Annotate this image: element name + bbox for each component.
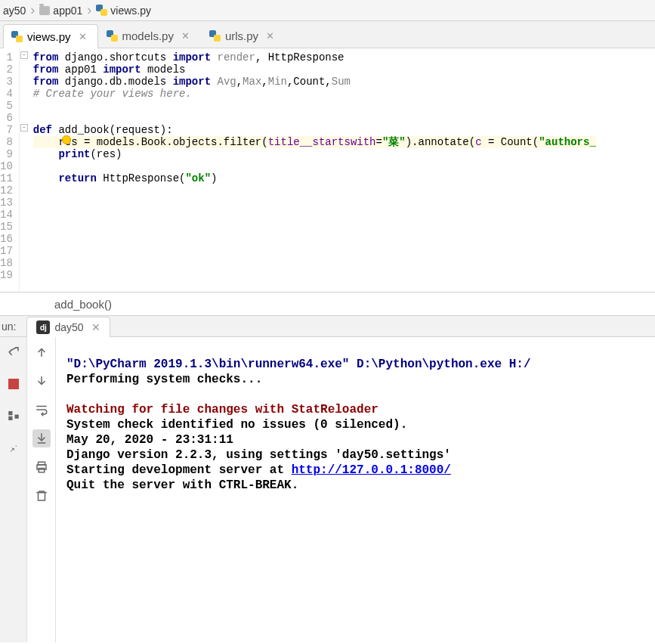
svg-rect-1 bbox=[8, 416, 12, 420]
crumb-project[interactable]: ay50 bbox=[3, 5, 26, 17]
run-toolbar-left bbox=[0, 337, 27, 642]
rerun-button[interactable] bbox=[5, 343, 23, 361]
run-tab-label: day50 bbox=[54, 321, 83, 333]
crumb-label: views.py bbox=[110, 5, 151, 17]
fold-toggle-icon[interactable]: - bbox=[20, 51, 28, 59]
console-line: May 20, 2020 - 23:31:11 bbox=[66, 433, 233, 447]
fold-column: - - bbox=[20, 48, 30, 292]
close-icon[interactable]: ✕ bbox=[79, 31, 87, 42]
svg-rect-0 bbox=[8, 411, 12, 415]
console-line: Performing system checks... bbox=[66, 373, 262, 386]
close-icon[interactable]: ✕ bbox=[91, 321, 100, 333]
tab-label: urls.py bbox=[225, 29, 258, 42]
server-url-link[interactable]: http://127.0.0.1:8000/ bbox=[292, 463, 451, 477]
code-area[interactable]: from django.shortcuts import render, Htt… bbox=[30, 48, 596, 292]
fold-toggle-icon[interactable]: - bbox=[20, 124, 28, 132]
layout-button[interactable] bbox=[5, 407, 23, 425]
tab-models[interactable]: models.py ✕ bbox=[98, 23, 201, 48]
close-icon[interactable]: ✕ bbox=[181, 30, 190, 42]
svg-rect-2 bbox=[14, 415, 18, 419]
console-warning-line: Watching for file changes with StatReloa… bbox=[66, 403, 378, 416]
scroll-up-button[interactable] bbox=[32, 343, 51, 361]
django-icon: dj bbox=[36, 320, 50, 334]
line-number-gutter: 12345678910111213141516171819 bbox=[0, 48, 20, 292]
scroll-to-end-button[interactable] bbox=[32, 429, 51, 447]
crumb-app[interactable]: app01 bbox=[39, 5, 82, 17]
clear-all-button[interactable] bbox=[32, 487, 51, 505]
folder-icon bbox=[39, 6, 50, 15]
pin-button[interactable] bbox=[5, 438, 23, 457]
console-output[interactable]: "D:\PyCharm 2019.1.3\bin\runnerw64.exe" … bbox=[56, 337, 655, 642]
stop-button[interactable] bbox=[5, 375, 23, 393]
svg-rect-11 bbox=[38, 493, 45, 501]
run-configuration-tab[interactable]: dj day50 ✕ bbox=[26, 317, 110, 337]
scroll-down-button[interactable] bbox=[32, 372, 51, 390]
console-cmd-line: "D:\PyCharm 2019.1.3\bin\runnerw64.exe" … bbox=[66, 358, 531, 371]
crumb-label: app01 bbox=[53, 5, 82, 17]
python-file-icon bbox=[11, 31, 23, 42]
run-toolbar-console bbox=[27, 337, 56, 642]
tab-urls[interactable]: urls.py ✕ bbox=[201, 23, 286, 48]
crumb-file[interactable]: views.py bbox=[96, 5, 151, 17]
structure-breadcrumb[interactable]: add_book() bbox=[0, 292, 655, 316]
tab-label: models.py bbox=[122, 29, 174, 42]
breakpoint-marker-icon[interactable] bbox=[62, 135, 71, 144]
python-file-icon bbox=[107, 30, 118, 42]
console-line: System check identified no issues (0 sil… bbox=[66, 418, 407, 432]
console-line: Starting development server at bbox=[66, 463, 292, 477]
breadcrumb: ay50 › app01 › views.py bbox=[0, 0, 655, 21]
editor[interactable]: 12345678910111213141516171819 - - from d… bbox=[0, 48, 655, 292]
editor-tabs: views.py ✕ models.py ✕ urls.py ✕ bbox=[0, 21, 655, 48]
close-icon[interactable]: ✕ bbox=[266, 30, 274, 42]
console-line: Django version 2.2.3, using settings 'da… bbox=[66, 448, 451, 462]
console-line: Quit the server with CTRL-BREAK. bbox=[66, 478, 298, 492]
run-panel-title: un: bbox=[2, 320, 16, 333]
soft-wrap-button[interactable] bbox=[32, 401, 51, 419]
python-file-icon bbox=[96, 5, 107, 16]
breadcrumb-separator: › bbox=[30, 2, 35, 18]
tab-label: views.py bbox=[27, 30, 71, 43]
crumb-label: ay50 bbox=[3, 5, 26, 17]
context-label: add_book() bbox=[54, 298, 112, 311]
print-button[interactable] bbox=[32, 458, 51, 476]
breadcrumb-separator: › bbox=[87, 2, 91, 18]
run-panel: "D:\PyCharm 2019.1.3\bin\runnerw64.exe" … bbox=[0, 337, 655, 642]
tab-views[interactable]: views.py ✕ bbox=[3, 24, 98, 48]
run-panel-header: un: dj day50 ✕ bbox=[0, 316, 655, 337]
python-file-icon bbox=[209, 30, 221, 42]
